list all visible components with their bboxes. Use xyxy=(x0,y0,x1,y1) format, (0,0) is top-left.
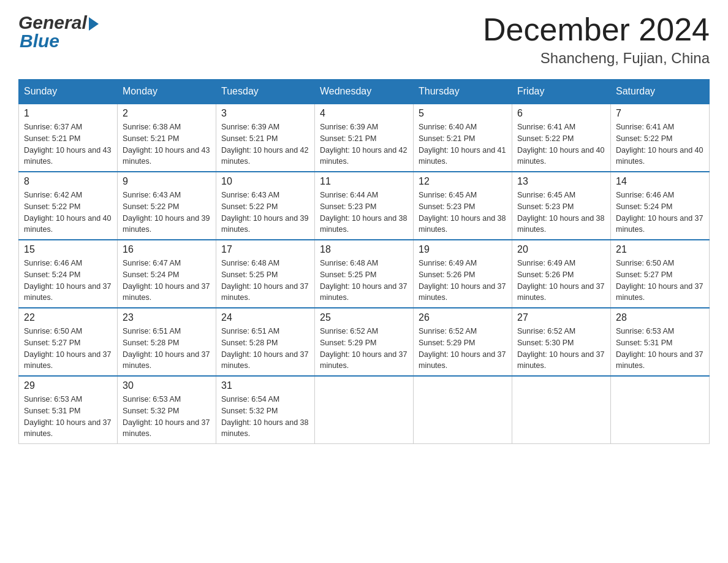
day-number: 13 xyxy=(517,176,605,187)
day-number: 18 xyxy=(320,244,408,255)
calendar-cell: 29 Sunrise: 6:53 AMSunset: 5:31 PMDaylig… xyxy=(19,376,118,444)
day-number: 6 xyxy=(517,108,605,119)
day-info: Sunrise: 6:45 AMSunset: 5:23 PMDaylight:… xyxy=(517,190,605,236)
calendar-week-row: 29 Sunrise: 6:53 AMSunset: 5:31 PMDaylig… xyxy=(19,376,710,444)
calendar-week-row: 22 Sunrise: 6:50 AMSunset: 5:27 PMDaylig… xyxy=(19,308,710,376)
calendar-cell: 16 Sunrise: 6:47 AMSunset: 5:24 PMDaylig… xyxy=(118,240,216,308)
day-number: 24 xyxy=(221,312,309,323)
day-number: 19 xyxy=(419,244,507,255)
calendar-week-row: 8 Sunrise: 6:42 AMSunset: 5:22 PMDayligh… xyxy=(19,172,710,240)
day-number: 27 xyxy=(517,312,605,323)
calendar-cell: 12 Sunrise: 6:45 AMSunset: 5:23 PMDaylig… xyxy=(414,172,512,240)
calendar-cell: 26 Sunrise: 6:52 AMSunset: 5:29 PMDaylig… xyxy=(414,308,512,376)
calendar-cell: 13 Sunrise: 6:45 AMSunset: 5:23 PMDaylig… xyxy=(512,172,611,240)
day-number: 26 xyxy=(419,312,507,323)
month-year-title: December 2024 xyxy=(483,12,710,47)
calendar-cell: 8 Sunrise: 6:42 AMSunset: 5:22 PMDayligh… xyxy=(19,172,118,240)
calendar-cell: 2 Sunrise: 6:38 AMSunset: 5:21 PMDayligh… xyxy=(118,104,216,172)
day-number: 14 xyxy=(616,176,704,187)
day-number: 4 xyxy=(320,108,408,119)
calendar-cell: 17 Sunrise: 6:48 AMSunset: 5:25 PMDaylig… xyxy=(216,240,315,308)
calendar-header-row: SundayMondayTuesdayWednesdayThursdayFrid… xyxy=(19,80,710,104)
calendar-cell xyxy=(315,376,414,444)
calendar-cell: 25 Sunrise: 6:52 AMSunset: 5:29 PMDaylig… xyxy=(315,308,414,376)
calendar-table: SundayMondayTuesdayWednesdayThursdayFrid… xyxy=(18,79,710,444)
day-number: 17 xyxy=(221,244,309,255)
col-header-tuesday: Tuesday xyxy=(216,80,315,104)
calendar-cell: 9 Sunrise: 6:43 AMSunset: 5:22 PMDayligh… xyxy=(118,172,216,240)
day-info: Sunrise: 6:49 AMSunset: 5:26 PMDaylight:… xyxy=(517,258,605,304)
day-number: 30 xyxy=(123,380,211,391)
calendar-week-row: 1 Sunrise: 6:37 AMSunset: 5:21 PMDayligh… xyxy=(19,104,710,172)
day-info: Sunrise: 6:53 AMSunset: 5:31 PMDaylight:… xyxy=(616,326,704,372)
day-info: Sunrise: 6:51 AMSunset: 5:28 PMDaylight:… xyxy=(123,326,211,372)
day-info: Sunrise: 6:43 AMSunset: 5:22 PMDaylight:… xyxy=(123,190,211,236)
calendar-cell: 27 Sunrise: 6:52 AMSunset: 5:30 PMDaylig… xyxy=(512,308,611,376)
day-info: Sunrise: 6:47 AMSunset: 5:24 PMDaylight:… xyxy=(123,258,211,304)
day-number: 7 xyxy=(616,108,704,119)
day-number: 2 xyxy=(123,108,211,119)
calendar-cell: 1 Sunrise: 6:37 AMSunset: 5:21 PMDayligh… xyxy=(19,104,118,172)
day-info: Sunrise: 6:52 AMSunset: 5:29 PMDaylight:… xyxy=(320,326,408,372)
title-section: December 2024 Shancheng, Fujian, China xyxy=(483,12,710,67)
calendar-cell xyxy=(414,376,512,444)
calendar-cell: 20 Sunrise: 6:49 AMSunset: 5:26 PMDaylig… xyxy=(512,240,611,308)
day-info: Sunrise: 6:39 AMSunset: 5:21 PMDaylight:… xyxy=(320,121,408,167)
day-info: Sunrise: 6:46 AMSunset: 5:24 PMDaylight:… xyxy=(24,258,112,304)
calendar-cell: 31 Sunrise: 6:54 AMSunset: 5:32 PMDaylig… xyxy=(216,376,315,444)
day-number: 11 xyxy=(320,176,408,187)
day-number: 21 xyxy=(616,244,704,255)
day-info: Sunrise: 6:54 AMSunset: 5:32 PMDaylight:… xyxy=(221,394,309,440)
logo-triangle-icon xyxy=(89,17,99,31)
calendar-cell xyxy=(611,376,710,444)
col-header-thursday: Thursday xyxy=(414,80,512,104)
day-number: 20 xyxy=(517,244,605,255)
day-info: Sunrise: 6:49 AMSunset: 5:26 PMDaylight:… xyxy=(419,258,507,304)
logo-general-text: General xyxy=(18,12,87,33)
day-number: 5 xyxy=(419,108,507,119)
day-info: Sunrise: 6:51 AMSunset: 5:28 PMDaylight:… xyxy=(221,326,309,372)
day-info: Sunrise: 6:41 AMSunset: 5:22 PMDaylight:… xyxy=(616,121,704,167)
day-info: Sunrise: 6:42 AMSunset: 5:22 PMDaylight:… xyxy=(24,190,112,236)
calendar-cell: 28 Sunrise: 6:53 AMSunset: 5:31 PMDaylig… xyxy=(611,308,710,376)
day-info: Sunrise: 6:53 AMSunset: 5:32 PMDaylight:… xyxy=(123,394,211,440)
day-number: 10 xyxy=(221,176,309,187)
day-number: 3 xyxy=(221,108,309,119)
calendar-cell: 30 Sunrise: 6:53 AMSunset: 5:32 PMDaylig… xyxy=(118,376,216,444)
col-header-sunday: Sunday xyxy=(19,80,118,104)
day-info: Sunrise: 6:46 AMSunset: 5:24 PMDaylight:… xyxy=(616,190,704,236)
calendar-cell: 22 Sunrise: 6:50 AMSunset: 5:27 PMDaylig… xyxy=(19,308,118,376)
calendar-cell: 10 Sunrise: 6:43 AMSunset: 5:22 PMDaylig… xyxy=(216,172,315,240)
calendar-week-row: 15 Sunrise: 6:46 AMSunset: 5:24 PMDaylig… xyxy=(19,240,710,308)
calendar-cell: 15 Sunrise: 6:46 AMSunset: 5:24 PMDaylig… xyxy=(19,240,118,308)
location-subtitle: Shancheng, Fujian, China xyxy=(483,50,710,67)
logo: General Blue xyxy=(18,12,100,52)
calendar-cell: 24 Sunrise: 6:51 AMSunset: 5:28 PMDaylig… xyxy=(216,308,315,376)
day-number: 28 xyxy=(616,312,704,323)
calendar-cell: 18 Sunrise: 6:48 AMSunset: 5:25 PMDaylig… xyxy=(315,240,414,308)
day-info: Sunrise: 6:52 AMSunset: 5:30 PMDaylight:… xyxy=(517,326,605,372)
col-header-monday: Monday xyxy=(118,80,216,104)
calendar-cell: 11 Sunrise: 6:44 AMSunset: 5:23 PMDaylig… xyxy=(315,172,414,240)
day-info: Sunrise: 6:45 AMSunset: 5:23 PMDaylight:… xyxy=(419,190,507,236)
day-number: 31 xyxy=(221,380,309,391)
day-info: Sunrise: 6:50 AMSunset: 5:27 PMDaylight:… xyxy=(616,258,704,304)
calendar-cell: 19 Sunrise: 6:49 AMSunset: 5:26 PMDaylig… xyxy=(414,240,512,308)
day-number: 1 xyxy=(24,108,112,119)
day-number: 8 xyxy=(24,176,112,187)
day-info: Sunrise: 6:40 AMSunset: 5:21 PMDaylight:… xyxy=(419,121,507,167)
day-info: Sunrise: 6:48 AMSunset: 5:25 PMDaylight:… xyxy=(221,258,309,304)
logo-blue-text: Blue xyxy=(20,31,59,51)
day-info: Sunrise: 6:37 AMSunset: 5:21 PMDaylight:… xyxy=(24,121,112,167)
day-info: Sunrise: 6:41 AMSunset: 5:22 PMDaylight:… xyxy=(517,121,605,167)
day-info: Sunrise: 6:53 AMSunset: 5:31 PMDaylight:… xyxy=(24,394,112,440)
calendar-cell xyxy=(512,376,611,444)
day-info: Sunrise: 6:48 AMSunset: 5:25 PMDaylight:… xyxy=(320,258,408,304)
col-header-wednesday: Wednesday xyxy=(315,80,414,104)
day-info: Sunrise: 6:52 AMSunset: 5:29 PMDaylight:… xyxy=(419,326,507,372)
calendar-cell: 23 Sunrise: 6:51 AMSunset: 5:28 PMDaylig… xyxy=(118,308,216,376)
day-info: Sunrise: 6:44 AMSunset: 5:23 PMDaylight:… xyxy=(320,190,408,236)
day-number: 16 xyxy=(123,244,211,255)
day-number: 9 xyxy=(123,176,211,187)
calendar-cell: 3 Sunrise: 6:39 AMSunset: 5:21 PMDayligh… xyxy=(216,104,315,172)
